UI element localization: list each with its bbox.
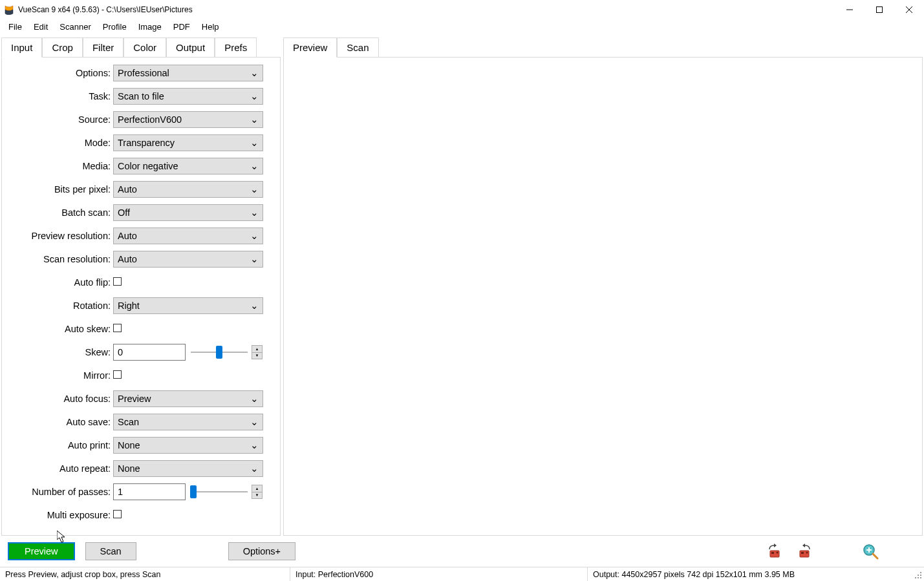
chevron-down-icon: ⌄ (250, 207, 259, 218)
skew-slider[interactable] (191, 352, 248, 353)
auto-save-dropdown[interactable]: Scan⌄ (113, 414, 263, 430)
resize-grip-icon[interactable] (912, 567, 924, 581)
skew-input[interactable]: 0 (113, 344, 186, 361)
options-dropdown[interactable]: Professional⌄ (113, 65, 263, 81)
bits-per-pixel-dropdown[interactable]: Auto⌄ (113, 181, 263, 198)
rotation-dropdown[interactable]: Right⌄ (113, 297, 263, 314)
menubar: File Edit Scanner Profile Image PDF Help (0, 19, 924, 34)
titlebar: VueScan 9 x64 (9.5.63) - C:\Users\IEUser… (0, 0, 924, 19)
multi-exposure-checkbox[interactable] (113, 510, 122, 518)
tab-output[interactable]: Output (166, 37, 215, 58)
auto-focus-label: Auto focus: (2, 394, 113, 404)
minimize-button[interactable] (835, 0, 865, 19)
auto-repeat-label: Auto repeat: (2, 463, 113, 474)
spinner-down-icon[interactable]: ▼ (252, 353, 262, 359)
tab-input[interactable]: Input (1, 37, 42, 58)
tab-prefs[interactable]: Prefs (215, 37, 257, 58)
number-of-passes-label: Number of passes: (2, 487, 113, 497)
skew-spinner[interactable]: ▲▼ (252, 345, 263, 359)
chevron-down-icon: ⌄ (250, 254, 259, 264)
close-button[interactable] (894, 0, 924, 19)
chevron-down-icon: ⌄ (250, 463, 259, 474)
auto-skew-label: Auto skew: (2, 324, 113, 334)
tab-crop[interactable]: Crop (42, 37, 83, 58)
menu-pdf[interactable]: PDF (167, 21, 196, 33)
input-form-scroll[interactable]: Options: Professional⌄ Task: Scan to fil… (2, 58, 280, 535)
scan-resolution-label: Scan resolution: (2, 254, 113, 264)
task-dropdown[interactable]: Scan to file⌄ (113, 88, 263, 105)
mode-dropdown[interactable]: Transparency⌄ (113, 134, 263, 151)
svg-rect-5 (771, 552, 774, 554)
menu-file[interactable]: File (3, 21, 28, 33)
spinner-up-icon[interactable]: ▲ (252, 485, 262, 492)
source-label: Source: (2, 114, 113, 125)
chevron-down-icon: ⌄ (250, 91, 259, 101)
bottom-toolbar: Preview Scan Options+ (0, 536, 924, 567)
auto-print-label: Auto print: (2, 440, 113, 450)
preview-resolution-label: Preview resolution: (2, 231, 113, 241)
mirror-checkbox[interactable] (113, 370, 122, 379)
auto-flip-checkbox[interactable] (113, 277, 122, 286)
batch-scan-dropdown[interactable]: Off⌄ (113, 204, 263, 221)
window-title: VueScan 9 x64 (9.5.63) - C:\Users\IEUser… (18, 5, 193, 14)
bits-per-pixel-label: Bits per pixel: (2, 184, 113, 195)
right-tabstrip: Preview Scan (283, 37, 923, 57)
task-label: Task: (2, 91, 113, 101)
chevron-down-icon: ⌄ (250, 440, 259, 450)
scan-button[interactable]: Scan (85, 542, 136, 560)
svg-rect-8 (801, 552, 804, 554)
preview-area (283, 57, 923, 536)
tab-scan[interactable]: Scan (337, 37, 378, 58)
spinner-down-icon[interactable]: ▼ (252, 492, 262, 499)
auto-repeat-dropdown[interactable]: None⌄ (113, 460, 263, 477)
preview-button[interactable]: Preview (8, 542, 75, 560)
scan-resolution-dropdown[interactable]: Auto⌄ (113, 251, 263, 268)
svg-rect-14 (920, 572, 921, 573)
auto-focus-dropdown[interactable]: Preview⌄ (113, 390, 263, 407)
multi-exposure-label: Multi exposure: (2, 510, 113, 520)
maximize-button[interactable] (865, 0, 894, 19)
media-label: Media: (2, 161, 113, 171)
tab-filter[interactable]: Filter (83, 37, 124, 58)
source-dropdown[interactable]: PerfectionV600⌄ (113, 111, 263, 128)
chevron-down-icon: ⌄ (250, 68, 259, 78)
options-label: Options: (2, 68, 113, 78)
svg-rect-18 (918, 577, 919, 578)
number-of-passes-spinner[interactable]: ▲▼ (252, 485, 263, 499)
chevron-down-icon: ⌄ (250, 184, 259, 195)
auto-skew-checkbox[interactable] (113, 324, 122, 332)
svg-rect-15 (918, 575, 919, 576)
options-plus-button[interactable]: Options+ (228, 542, 295, 560)
number-of-passes-slider[interactable] (191, 491, 248, 492)
status-output: Output: 4450x2957 pixels 742 dpi 152x101… (587, 567, 912, 581)
svg-line-13 (873, 554, 877, 558)
menu-scanner[interactable]: Scanner (54, 21, 96, 33)
chevron-down-icon: ⌄ (250, 231, 259, 241)
tab-preview[interactable]: Preview (283, 37, 337, 58)
app-icon (4, 5, 14, 15)
chevron-down-icon: ⌄ (250, 138, 259, 148)
spinner-up-icon[interactable]: ▲ (252, 346, 262, 353)
zoom-in-icon[interactable] (861, 542, 880, 561)
batch-scan-label: Batch scan: (2, 207, 113, 218)
rotate-right-icon[interactable] (795, 542, 814, 561)
svg-point-6 (777, 552, 779, 554)
chevron-down-icon: ⌄ (250, 394, 259, 404)
svg-rect-17 (915, 577, 916, 578)
media-dropdown[interactable]: Color negative⌄ (113, 158, 263, 174)
rotation-label: Rotation: (2, 301, 113, 311)
menu-edit[interactable]: Edit (28, 21, 54, 33)
skew-label: Skew: (2, 347, 113, 357)
number-of-passes-input[interactable]: 1 (113, 483, 186, 500)
svg-rect-19 (920, 577, 921, 578)
auto-flip-label: Auto flip: (2, 277, 113, 288)
menu-profile[interactable]: Profile (97, 21, 133, 33)
left-tabstrip: Input Crop Filter Color Output Prefs (1, 37, 281, 57)
menu-help[interactable]: Help (196, 21, 225, 33)
rotate-left-icon[interactable] (765, 542, 784, 561)
tab-color[interactable]: Color (124, 37, 166, 58)
auto-print-dropdown[interactable]: None⌄ (113, 437, 263, 454)
svg-point-9 (806, 552, 808, 554)
menu-image[interactable]: Image (133, 21, 167, 33)
preview-resolution-dropdown[interactable]: Auto⌄ (113, 227, 263, 244)
